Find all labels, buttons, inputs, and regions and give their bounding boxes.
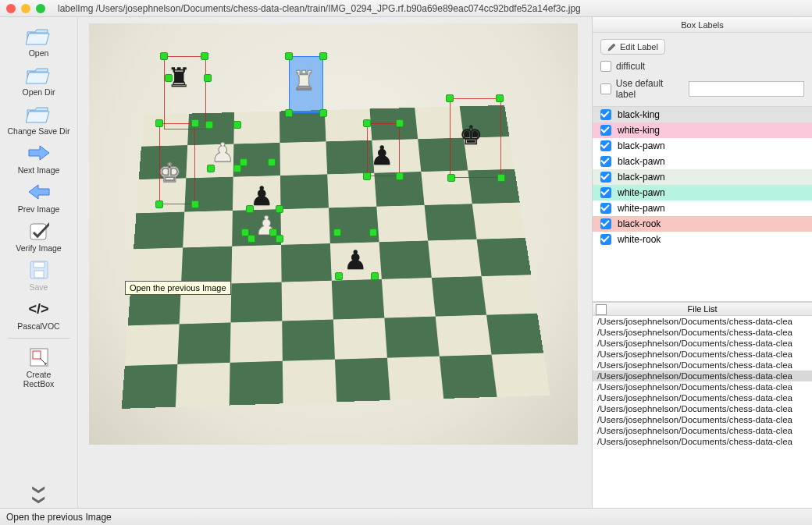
- box-handle[interactable]: [276, 205, 283, 213]
- box-handle[interactable]: [333, 229, 341, 236]
- label-row[interactable]: black-pawn: [593, 154, 812, 169]
- box-handle[interactable]: [396, 119, 404, 127]
- box-handle[interactable]: [446, 94, 454, 102]
- file-row[interactable]: /Users/josephnelson/Documents/chess-data…: [593, 392, 812, 403]
- file-row[interactable]: /Users/josephnelson/Documents/chess-data…: [593, 436, 812, 447]
- box-handle[interactable]: [268, 158, 276, 166]
- box-handle[interactable]: [371, 272, 379, 280]
- box-handle[interactable]: [396, 172, 404, 180]
- window-controls: [6, 4, 45, 13]
- file-row[interactable]: /Users/josephnelson/Documents/chess-data…: [593, 381, 812, 392]
- folder-open-icon: [25, 64, 53, 86]
- tool-verify[interactable]: Verify Image: [4, 217, 74, 254]
- chess-piece: ♟: [211, 139, 234, 165]
- expand-icon[interactable]: ❯❯: [31, 484, 46, 505]
- box-handle[interactable]: [319, 109, 327, 117]
- right-column: Box Labels Edit Label difficult Use defa…: [592, 17, 812, 508]
- file-row[interactable]: /Users/josephnelson/Documents/chess-data…: [593, 403, 812, 414]
- chess-piece: ♜: [292, 67, 315, 94]
- checkbox-icon: [25, 220, 53, 242]
- box-labels-panel: Edit Label difficult Use default label: [593, 33, 812, 106]
- label-row[interactable]: white-pawn: [593, 200, 812, 216]
- label-row[interactable]: black-rook: [593, 216, 812, 232]
- label-row[interactable]: black-pawn: [593, 138, 812, 154]
- tool-opendir[interactable]: Open Dir: [4, 61, 74, 98]
- file-row[interactable]: /Users/josephnelson/Documents/chess-data…: [593, 338, 812, 349]
- box-handle[interactable]: [285, 52, 293, 60]
- box-handle[interactable]: [363, 119, 371, 127]
- box-handle[interactable]: [191, 200, 199, 208]
- file-row[interactable]: /Users/josephnelson/Documents/chess-data…: [593, 327, 812, 338]
- box-handle[interactable]: [496, 94, 504, 102]
- box-handle[interactable]: [201, 52, 208, 60]
- box-handle[interactable]: [207, 165, 215, 172]
- box-handle[interactable]: [240, 158, 248, 166]
- folder-open-icon: [25, 103, 53, 125]
- box-handle[interactable]: [285, 109, 293, 117]
- label-checkbox[interactable]: [600, 203, 611, 214]
- label-checkbox[interactable]: [600, 187, 611, 198]
- box-handle[interactable]: [335, 272, 343, 280]
- label-checkbox[interactable]: [600, 172, 611, 183]
- folder-open-icon: [25, 25, 53, 47]
- tool-save[interactable]: Save: [4, 256, 74, 293]
- checkbox-icon[interactable]: [600, 83, 611, 94]
- box-handle[interactable]: [205, 121, 213, 129]
- label-name: white-pawn: [618, 203, 665, 214]
- label-checkbox[interactable]: [600, 156, 611, 167]
- tool-label: Verify Image: [16, 243, 61, 253]
- box-handle[interactable]: [363, 172, 371, 180]
- checkbox-icon[interactable]: [600, 61, 611, 72]
- box-handle[interactable]: [497, 174, 505, 182]
- box-handle[interactable]: [246, 205, 254, 213]
- box-handle[interactable]: [204, 74, 212, 82]
- file-row[interactable]: /Users/josephnelson/Documents/chess-data…: [593, 349, 812, 360]
- label-row[interactable]: black-pawn: [593, 169, 812, 185]
- label-checkbox[interactable]: [600, 140, 611, 151]
- file-list[interactable]: /Users/josephnelson/Documents/chess-data…: [593, 316, 812, 508]
- tool-createrect[interactable]: CreateRectBox: [4, 343, 74, 390]
- zoom-window-icon[interactable]: [36, 4, 45, 13]
- box-handle[interactable]: [160, 52, 168, 60]
- tool-format[interactable]: </>PascalVOC: [4, 295, 74, 332]
- labels-list[interactable]: black-kingwhite-kingblack-pawnblack-pawn…: [593, 106, 812, 247]
- label-row[interactable]: black-king: [593, 107, 812, 122]
- label-name: black-pawn: [618, 156, 665, 167]
- label-checkbox[interactable]: [600, 109, 611, 120]
- label-checkbox[interactable]: [600, 218, 611, 229]
- canvas[interactable]: ♜♜♚♟♟♟♟♟♚ Open the previous Image: [78, 17, 592, 508]
- file-row[interactable]: /Users/josephnelson/Documents/chess-data…: [593, 316, 812, 327]
- tool-changesavedir[interactable]: Change Save Dir: [4, 100, 74, 137]
- minimize-window-icon[interactable]: [21, 4, 30, 13]
- box-handle[interactable]: [165, 74, 173, 82]
- box-handle[interactable]: [155, 119, 163, 127]
- file-row[interactable]: /Users/josephnelson/Documents/chess-data…: [593, 371, 812, 381]
- difficult-checkbox-row[interactable]: difficult: [600, 61, 804, 72]
- box-handle[interactable]: [369, 229, 377, 236]
- label-row[interactable]: white-king: [593, 122, 812, 138]
- tool-open[interactable]: Open: [4, 22, 74, 59]
- default-label-input[interactable]: [689, 81, 804, 97]
- image-viewport: ♜♜♚♟♟♟♟♟♚: [89, 23, 578, 445]
- file-row[interactable]: /Users/josephnelson/Documents/chess-data…: [593, 414, 812, 425]
- label-checkbox[interactable]: [600, 234, 611, 245]
- label-checkbox[interactable]: [600, 125, 611, 136]
- label-name: white-pawn: [618, 187, 665, 198]
- file-row[interactable]: /Users/josephnelson/Documents/chess-data…: [593, 360, 812, 371]
- box-handle[interactable]: [191, 119, 199, 127]
- box-handle[interactable]: [155, 200, 163, 208]
- box-handle[interactable]: [248, 235, 255, 243]
- dock-icon[interactable]: [596, 304, 607, 315]
- tool-previmage[interactable]: Prev Image: [4, 178, 74, 215]
- label-row[interactable]: white-rook: [593, 232, 812, 247]
- label-row[interactable]: white-pawn: [593, 185, 812, 200]
- box-handle[interactable]: [319, 52, 327, 60]
- window-title: labelImg /Users/josephnelson/Documents/c…: [58, 3, 581, 14]
- tool-nextimage[interactable]: Next Image: [4, 139, 74, 176]
- edit-label-button[interactable]: Edit Label: [600, 39, 665, 55]
- close-window-icon[interactable]: [6, 4, 16, 13]
- file-row[interactable]: /Users/josephnelson/Documents/chess-data…: [593, 425, 812, 436]
- box-handle[interactable]: [276, 235, 283, 243]
- box-handle[interactable]: [233, 121, 241, 129]
- box-handle[interactable]: [447, 174, 455, 182]
